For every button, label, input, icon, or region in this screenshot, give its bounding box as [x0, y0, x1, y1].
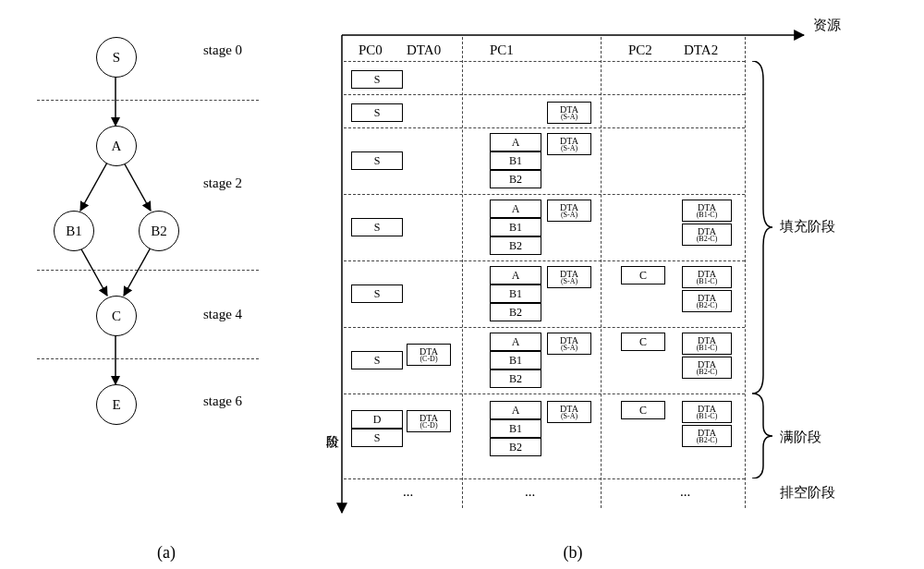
stage-2-label: stage 2: [203, 176, 242, 191]
token-s: S: [351, 284, 403, 303]
token-a: A: [490, 133, 541, 151]
dta-sub: (B1-C): [697, 212, 718, 219]
node-b2: B2: [139, 211, 179, 251]
token-a: A: [490, 266, 541, 284]
phase-drain-label: 排空阶段: [780, 484, 835, 502]
col-divider: [745, 37, 746, 508]
dta-sub: (B1-C): [697, 278, 718, 285]
token-dta-cd: DTA (C-D): [407, 410, 451, 432]
token-s: S: [351, 151, 403, 170]
token-dta-b1c: DTA (B1-C): [682, 200, 732, 222]
dta-sub: (C-D): [419, 356, 437, 363]
dta-sub: (S-A): [561, 413, 578, 420]
token-dta-sa: DTA (S-A): [547, 200, 591, 222]
svg-line-1: [80, 163, 107, 211]
token-dta-sa: DTA (S-A): [547, 266, 591, 288]
token-c: C: [621, 333, 665, 351]
stage-0-label: stage 0: [203, 42, 242, 58]
col-pc1: PC1: [490, 42, 514, 58]
token-b1: B1: [490, 151, 541, 170]
col-pc2: PC2: [628, 42, 652, 58]
brace-full: [747, 393, 774, 478]
node-c: C: [96, 296, 137, 336]
row-divider: [344, 127, 745, 128]
token-b1: B1: [490, 218, 541, 236]
col-dta2: DTA2: [684, 42, 718, 58]
dta-sub: (S-A): [561, 345, 578, 352]
token-a: A: [490, 401, 541, 419]
token-b1: B1: [490, 284, 541, 303]
dta-sub: (B2-C): [697, 236, 718, 243]
svg-line-4: [124, 248, 151, 296]
dta-sub: (S-A): [561, 114, 578, 121]
token-dta-sa: DTA (S-A): [547, 401, 591, 423]
figure-label-b: (b): [342, 543, 804, 563]
ellipsis: ...: [403, 484, 413, 500]
dta-sub: (S-A): [561, 278, 578, 285]
token-dta-sa: DTA (S-A): [547, 133, 591, 155]
phase-fill-label: 填充阶段: [780, 218, 835, 236]
col-pc0: PC0: [359, 42, 383, 58]
token-a: A: [490, 200, 541, 218]
ellipsis: ...: [525, 484, 535, 500]
col-divider: [462, 37, 463, 508]
token-s: S: [351, 218, 403, 236]
token-c: C: [621, 401, 665, 419]
node-a: A: [96, 126, 137, 166]
token-b2: B2: [490, 303, 541, 321]
token-dta-b2c: DTA (B2-C): [682, 357, 732, 379]
svg-line-2: [124, 163, 151, 211]
token-c: C: [621, 266, 665, 284]
token-b1: B1: [490, 419, 541, 438]
dta-sub: (C-D): [419, 422, 437, 430]
row-divider: [344, 260, 745, 261]
dta-sub: (B2-C): [697, 302, 718, 309]
row-divider: [344, 393, 745, 394]
stage-4-label: stage 4: [203, 307, 242, 322]
panel-b: 资源 阶段 PC0 DTA0 PC1 PC2 DTA2 S S: [314, 18, 906, 536]
token-d: D: [351, 410, 403, 429]
dta-sub: (B1-C): [697, 345, 718, 352]
panel-a: S A B1 B2 C E stage 0 stage 2 stage 4 st…: [18, 18, 314, 536]
row-divider: [344, 194, 745, 195]
token-dta-b2c: DTA (B2-C): [682, 425, 732, 447]
figure-label-a: (a): [18, 543, 314, 563]
token-b2: B2: [490, 438, 541, 456]
token-dta-sa: DTA (S-A): [547, 102, 591, 124]
token-b1: B1: [490, 351, 541, 369]
row-divider: [344, 478, 745, 479]
dta-sub: (B2-C): [697, 369, 718, 376]
node-b1: B1: [54, 211, 94, 251]
row-divider: [344, 61, 745, 62]
phase-full-label: 满阶段: [780, 429, 821, 446]
dta-sub: (B2-C): [697, 437, 718, 444]
node-s: S: [96, 37, 137, 78]
token-s: S: [351, 103, 403, 122]
row-divider: [344, 94, 745, 95]
token-dta-b1c: DTA (B1-C): [682, 401, 732, 423]
col-divider: [601, 37, 602, 508]
token-dta-cd: DTA (C-D): [407, 344, 451, 366]
token-b2: B2: [490, 236, 541, 255]
node-e: E: [96, 384, 137, 425]
col-dta0: DTA0: [407, 42, 441, 58]
token-dta-b2c: DTA (B2-C): [682, 290, 732, 312]
svg-line-3: [80, 248, 107, 296]
token-dta-b1c: DTA (B1-C): [682, 333, 732, 355]
token-s: S: [351, 70, 403, 89]
row-divider: [344, 327, 745, 328]
token-s: S: [351, 351, 403, 369]
stage-6-label: stage 6: [203, 393, 242, 409]
axis-x-label: 资源: [813, 17, 841, 34]
token-b2: B2: [490, 170, 541, 188]
dta-sub: (S-A): [561, 212, 578, 219]
token-b2: B2: [490, 369, 541, 388]
brace-fill: [747, 61, 774, 393]
token-s: S: [351, 429, 403, 447]
token-dta-b2c: DTA (B2-C): [682, 224, 732, 246]
dta-sub: (B1-C): [697, 413, 718, 420]
token-dta-b1c: DTA (B1-C): [682, 266, 732, 288]
token-a: A: [490, 333, 541, 351]
dta-sub: (S-A): [561, 145, 578, 152]
token-dta-sa: DTA (S-A): [547, 333, 591, 355]
